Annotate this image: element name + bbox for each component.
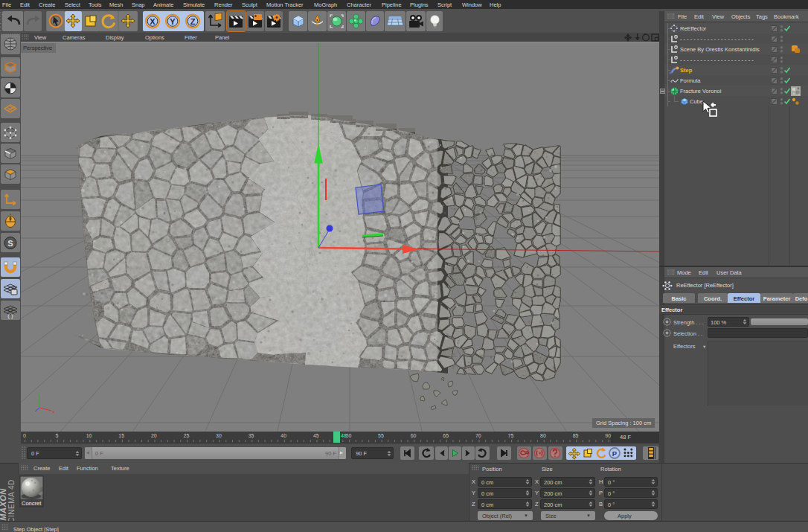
svg-text:Y: Y bbox=[36, 393, 39, 397]
svg-text:Concret: Concret bbox=[22, 500, 42, 507]
svg-text:S: S bbox=[7, 239, 13, 248]
svg-text:P: P bbox=[612, 449, 618, 458]
svg-text:X: X bbox=[52, 410, 55, 414]
svg-text:Y: Y bbox=[170, 17, 176, 26]
svg-text:( ): ( ) bbox=[7, 313, 13, 319]
svg-text:Z: Z bbox=[190, 17, 196, 26]
svg-text:X: X bbox=[150, 17, 155, 26]
